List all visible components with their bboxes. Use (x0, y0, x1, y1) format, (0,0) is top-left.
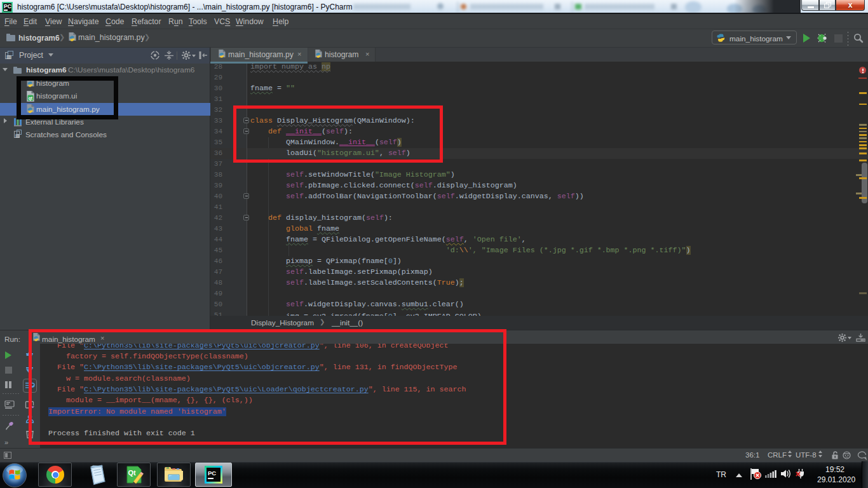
svg-text:PC: PC (208, 470, 216, 477)
svg-text:Qt: Qt (128, 469, 137, 477)
